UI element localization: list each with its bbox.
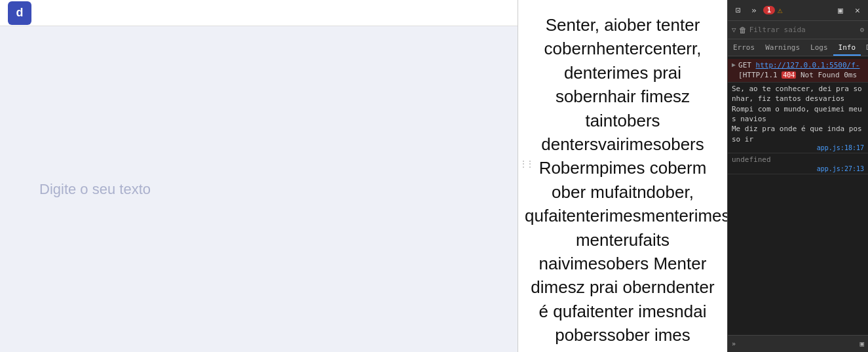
error-url[interactable]: http://127.0.0.1:5500/f-	[756, 61, 860, 69]
error-count-badge: 1	[763, 6, 775, 14]
http-label: [HTTP/1.1	[738, 71, 782, 79]
app-logo: d	[8, 1, 31, 25]
get-label: GET	[738, 61, 756, 69]
text-display-panel: Senter, aiober tenter cobernhentercenter…	[518, 0, 727, 352]
more-tools-icon[interactable]: »	[747, 4, 761, 17]
toolbar-right: ▣ ✕	[834, 4, 864, 17]
bottom-layout-icon[interactable]: ▣	[859, 340, 864, 348]
tab-info[interactable]: Info	[833, 41, 861, 56]
expand-arrow[interactable]: ▶	[732, 61, 736, 68]
tab-warnings[interactable]: Warnings	[760, 41, 805, 56]
devtools-tabs: Erros Warnings Logs Info Debu	[728, 39, 868, 56]
devtools-filter-bar: ▽ 🗑 ⚙	[728, 21, 868, 39]
tab-debug[interactable]: Debu	[861, 41, 868, 56]
undefined-content: undefined app.js:27:13	[732, 155, 864, 172]
console-prompt-icon: »	[732, 340, 736, 347]
console-log-entry: Se, ao te conhecer, dei pra sonhar, fiz …	[728, 83, 868, 153]
log-source-link[interactable]: app.js:18:17	[732, 144, 864, 151]
settings-icon[interactable]: ⚙	[859, 26, 864, 34]
text-input-placeholder[interactable]: Digite o seu texto	[39, 181, 151, 198]
warning-icon: ⚠	[778, 5, 783, 15]
http-status: 404	[782, 71, 796, 79]
layout-icon[interactable]: ▣	[834, 4, 847, 17]
displayed-text: Senter, aiober tenter cobernhentercenter…	[525, 15, 727, 345]
inspect-icon[interactable]: ⊡	[732, 4, 745, 17]
filter-input[interactable]	[749, 26, 858, 34]
devtools-bottom-bar: » ▣	[728, 335, 868, 352]
resize-handle[interactable]	[518, 157, 529, 170]
trash-icon[interactable]: 🗑	[739, 26, 747, 35]
undefined-value: undefined	[732, 155, 864, 165]
toolbar-left: ⊡ » 1 ⚠	[732, 4, 783, 17]
console-undefined-entry: undefined app.js:27:13	[728, 153, 868, 174]
tab-erros[interactable]: Erros	[728, 41, 760, 56]
app-header: d	[0, 0, 518, 26]
log-content: Se, ao te conhecer, dei pra sonhar, fiz …	[732, 84, 864, 151]
undefined-source-link[interactable]: app.js:27:13	[732, 165, 864, 172]
app-content: Digite o seu texto	[0, 26, 518, 352]
devtools-toolbar: ⊡ » 1 ⚠ ▣ ✕	[728, 0, 868, 21]
not-found-text: Not Found 0ms	[796, 71, 857, 79]
filter-icon: ▽	[732, 26, 736, 34]
log-message: Se, ao te conhecer, dei pra sonhar, fiz …	[732, 84, 864, 144]
devtools-panel: ⊡ » 1 ⚠ ▣ ✕ ▽ 🗑 ⚙ Erros Warnings Logs In…	[727, 0, 868, 352]
close-devtools-button[interactable]: ✕	[851, 4, 864, 17]
tab-logs[interactable]: Logs	[805, 41, 833, 56]
console-error-entry: ▶ GET http://127.0.0.1:5500/f- [HTTP/1.1…	[728, 59, 868, 83]
devtools-content: ▶ GET http://127.0.0.1:5500/f- [HTTP/1.1…	[728, 56, 868, 335]
app-panel: d Digite o seu texto	[0, 0, 518, 352]
error-message: GET http://127.0.0.1:5500/f- [HTTP/1.1 4…	[738, 60, 864, 81]
